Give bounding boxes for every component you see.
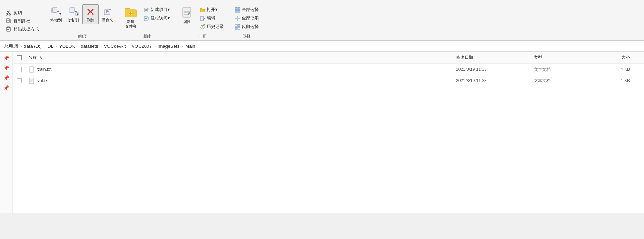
edit-button[interactable]: 编辑 — [197, 14, 226, 22]
invert-select-label: 反向选择 — [242, 24, 259, 30]
svg-rect-52 — [238, 27, 240, 29]
quick-commands: 剪切 复制路径 — [3, 3, 45, 40]
paste-shortcut-button[interactable]: 粘贴快捷方式 — [4, 25, 40, 33]
row-checkbox-1[interactable] — [17, 78, 22, 83]
history-icon: ↺ — [200, 24, 205, 30]
table-row[interactable]: val.txt 2021/8/19 11:33 文本文档 1 KB — [13, 75, 644, 86]
open-button[interactable]: 打开▾ — [197, 6, 226, 14]
sidebar-pins: 📌 📌 📌 📌 — [0, 52, 13, 213]
header-checkbox-cell[interactable] — [13, 55, 25, 60]
svg-rect-57 — [29, 78, 34, 84]
organize-group: 移动到 复制到 — [45, 3, 119, 40]
cut-button[interactable]: 剪切 — [4, 9, 40, 17]
breadcrumb-sep-5: › — [128, 44, 129, 49]
svg-rect-48 — [238, 19, 240, 21]
pin-1[interactable]: 📌 — [3, 55, 10, 62]
pin-4[interactable]: 📌 — [3, 84, 10, 91]
breadcrumb-computer[interactable]: 此电脑 — [4, 43, 18, 49]
column-header-date[interactable]: 修改日期 — [453, 53, 531, 62]
move-to-label: 移动到 — [50, 18, 62, 23]
header-checkbox[interactable] — [17, 55, 22, 60]
breadcrumb-data[interactable]: data (D:) — [24, 44, 42, 49]
paste-shortcut-label: 粘贴快捷方式 — [13, 26, 39, 32]
easy-access-icon — [144, 16, 149, 21]
svg-rect-43 — [235, 10, 237, 12]
row-checkbox-0[interactable] — [17, 67, 22, 72]
select-all-button[interactable]: 全部选择 — [232, 6, 261, 14]
row-check-1[interactable] — [13, 78, 25, 83]
rename-button[interactable]: 重命名 — [99, 4, 116, 24]
breadcrumb-main[interactable]: Main — [185, 44, 195, 49]
breadcrumb-voc2007[interactable]: VOC2007 — [131, 44, 152, 49]
properties-label: 属性 — [183, 19, 191, 24]
column-header-name[interactable]: 名称 ∧ — [25, 53, 453, 62]
properties-icon — [181, 6, 193, 19]
breadcrumb-datasets[interactable]: datasets — [81, 44, 98, 49]
column-header-type[interactable]: 类型 — [531, 53, 595, 62]
svg-rect-32 — [183, 7, 191, 17]
breadcrumb-dl[interactable]: DL — [47, 44, 53, 49]
svg-rect-11 — [53, 7, 57, 12]
copy-to-icon — [68, 6, 79, 17]
pin-3[interactable]: 📌 — [3, 74, 10, 81]
svg-rect-44 — [238, 10, 240, 12]
history-button[interactable]: ↺ 历史记录 — [197, 23, 226, 31]
row-date-1: 2021/8/19 11:33 — [453, 77, 531, 85]
svg-rect-8 — [7, 27, 10, 31]
rename-label: 重命名 — [102, 18, 113, 23]
history-label: 历史记录 — [207, 24, 224, 30]
svg-rect-50 — [238, 24, 240, 27]
select-group: 全部选择 全部取消 — [229, 3, 264, 40]
copy-to-label: 复制到 — [68, 18, 79, 23]
copy-path-button[interactable]: 复制路径 — [4, 17, 40, 25]
table-row[interactable]: train.txt 2021/8/19 11:33 文本文档 4 KB — [13, 64, 644, 75]
row-size-0: 4 KB — [595, 66, 644, 73]
svg-rect-46 — [238, 16, 240, 18]
breadcrumb: 此电脑 › data (D:) › DL › YOLOX › datasets … — [0, 41, 644, 52]
pin-2[interactable]: 📌 — [3, 64, 10, 72]
breadcrumb-sep-3: › — [77, 44, 78, 49]
svg-rect-13 — [70, 7, 74, 12]
cut-icon — [6, 10, 11, 16]
breadcrumb-sep-0: › — [20, 44, 22, 49]
sort-arrow: ∧ — [39, 55, 42, 60]
rename-icon — [102, 6, 113, 17]
row-date-0: 2021/8/19 11:33 — [453, 66, 531, 73]
move-to-button[interactable]: 移动到 — [48, 4, 64, 24]
svg-rect-53 — [29, 67, 34, 72]
properties-button[interactable]: 属性 — [178, 4, 196, 26]
move-to-icon — [51, 6, 62, 17]
select-none-icon — [235, 16, 240, 21]
edit-icon — [200, 16, 205, 21]
easy-access-label: 轻松访问▾ — [151, 15, 170, 21]
ribbon: 剪切 复制路径 — [0, 0, 644, 41]
row-type-1: 文本文档 — [531, 76, 595, 85]
row-name-0: train.txt — [25, 64, 453, 74]
breadcrumb-vocdevkit[interactable]: VOCdevkit — [104, 44, 126, 49]
row-check-0[interactable] — [13, 67, 25, 72]
new-folder-icon — [124, 6, 137, 19]
new-project-label: 新建项目▾ — [151, 7, 170, 13]
breadcrumb-sep-1: › — [44, 44, 45, 49]
row-filename-1: val.txt — [37, 78, 48, 83]
select-none-button[interactable]: 全部取消 — [232, 14, 261, 22]
new-folder-button[interactable]: 新建 文件夹 — [122, 4, 140, 30]
file-list-header: 名称 ∧ 修改日期 类型 大小 — [13, 52, 644, 64]
svg-rect-42 — [238, 7, 240, 10]
paste-shortcut-icon — [6, 26, 11, 32]
ribbon-groups: 移动到 复制到 — [45, 3, 641, 40]
row-filename-0: train.txt — [37, 67, 51, 72]
delete-button[interactable]: 删除 — [82, 4, 99, 24]
copy-to-button[interactable]: 复制到 — [65, 4, 82, 24]
column-header-size[interactable]: 大小 — [595, 53, 644, 62]
new-group: 新建 文件夹 — [119, 3, 175, 40]
easy-access-button[interactable]: 轻松访问▾ — [141, 14, 172, 22]
select-all-icon — [235, 7, 240, 13]
svg-rect-47 — [235, 19, 237, 21]
invert-select-button[interactable]: 反向选择 — [232, 23, 261, 31]
svg-rect-45 — [235, 16, 237, 18]
breadcrumb-imagesets[interactable]: ImageSets — [158, 44, 180, 49]
new-project-button[interactable]: 新建项目▾ — [141, 6, 172, 14]
breadcrumb-sep-4: › — [100, 44, 102, 49]
breadcrumb-yolox[interactable]: YOLOX — [59, 44, 75, 49]
